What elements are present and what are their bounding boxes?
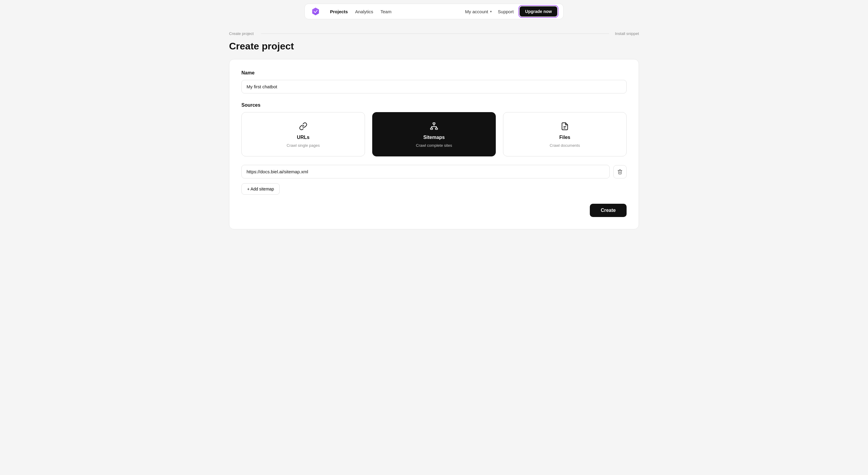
my-account-button[interactable]: My account ▾: [465, 9, 492, 14]
sitemaps-title: Sitemaps: [423, 135, 444, 140]
breadcrumb: Create project: [229, 31, 254, 36]
nav-analytics[interactable]: Analytics: [355, 9, 373, 14]
navbar: Projects Analytics Team My account ▾ Sup…: [0, 0, 868, 23]
files-subtitle: Crawl documents: [550, 143, 580, 148]
urls-icon: [298, 121, 309, 132]
breadcrumb-divider: [261, 33, 609, 34]
nav-right: My account ▾ Support Upgrade now: [465, 6, 557, 17]
name-input[interactable]: [241, 80, 627, 93]
create-button[interactable]: Create: [590, 204, 627, 217]
nav-links: Projects Analytics Team: [330, 9, 457, 14]
chevron-down-icon: ▾: [490, 10, 492, 13]
sitemap-input-row: [241, 165, 627, 179]
my-account-label: My account: [465, 9, 488, 14]
add-sitemap-button[interactable]: + Add sitemap: [241, 183, 280, 195]
urls-subtitle: Crawl single pages: [287, 143, 320, 148]
logo[interactable]: [311, 7, 320, 16]
sitemaps-subtitle: Crawl complete sites: [416, 143, 452, 148]
sources-section: Sources URLs Crawl single pages: [241, 102, 627, 195]
trash-icon: [617, 169, 623, 175]
nav-team[interactable]: Team: [380, 9, 392, 14]
urls-title: URLs: [297, 135, 310, 140]
card-footer: Create: [241, 204, 627, 217]
page-title-area: Create project: [211, 41, 657, 59]
source-card-urls[interactable]: URLs Crawl single pages: [241, 112, 365, 156]
delete-sitemap-button[interactable]: [613, 165, 627, 179]
files-icon: [559, 121, 570, 132]
page-title: Create project: [229, 41, 639, 52]
sources-label: Sources: [241, 102, 627, 108]
files-title: Files: [559, 135, 570, 140]
install-snippet-link[interactable]: Install snippet: [615, 31, 639, 36]
name-label: Name: [241, 70, 627, 76]
breadcrumb-left: Create project: [229, 31, 609, 36]
source-cards: URLs Crawl single pages Sitemaps Crawl c…: [241, 112, 627, 156]
upgrade-button[interactable]: Upgrade now: [520, 6, 557, 17]
create-project-card: Name Sources URLs Crawl single pages: [229, 59, 639, 229]
sitemaps-icon: [429, 121, 439, 132]
add-sitemap-label: + Add sitemap: [247, 187, 274, 191]
source-card-sitemaps[interactable]: Sitemaps Crawl complete sites: [372, 112, 496, 156]
source-card-files[interactable]: Files Crawl documents: [503, 112, 627, 156]
breadcrumb-bar: Create project Install snippet: [211, 23, 657, 41]
support-link[interactable]: Support: [498, 9, 514, 14]
sitemap-url-input[interactable]: [241, 165, 610, 179]
nav-projects[interactable]: Projects: [330, 9, 348, 14]
